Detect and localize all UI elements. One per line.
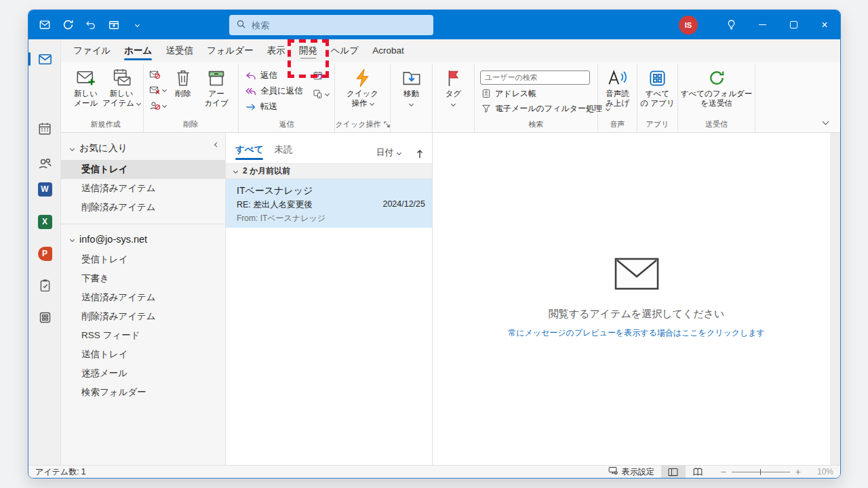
maximize-button[interactable] (778, 10, 809, 39)
folder-favorite-inbox[interactable]: 受信トレイ (61, 160, 225, 179)
rail-powerpoint-icon[interactable]: P (35, 244, 54, 263)
chevron-down-icon (162, 103, 167, 108)
filter-email-button[interactable]: 電子メールのフィルター処理 (480, 103, 611, 115)
folder-searchfolders[interactable]: 検索フォルダー (61, 383, 225, 402)
outlook-logo-icon[interactable] (38, 18, 52, 32)
tab-view[interactable]: 表示 (260, 39, 292, 62)
apps-grid-icon (648, 67, 667, 89)
address-book-button[interactable]: アドレス帳 (480, 88, 538, 100)
message-row-selected[interactable]: ITベースナレッジ RE: 差出人名変更後 2024/12/25 From: I… (226, 179, 432, 228)
dialog-launcher-icon[interactable] (384, 121, 390, 129)
reading-view-button[interactable] (686, 466, 710, 478)
folder-favorite-sent[interactable]: 送信済みアイテム (61, 179, 225, 198)
new-mail-icon (76, 67, 96, 89)
delete-button[interactable]: 削除 (167, 66, 199, 119)
always-preview-link[interactable]: 常にメッセージのプレビューを表示する場合はここをクリックします (508, 327, 765, 339)
block-sender-button[interactable] (149, 100, 166, 111)
new-item-icon (111, 67, 132, 89)
folder-drafts[interactable]: 下書き (61, 269, 225, 288)
share-to-device-button[interactable] (313, 88, 329, 100)
avatar[interactable]: IS (679, 16, 698, 35)
archive-button[interactable]: アー カイブ (200, 66, 233, 119)
collapse-folder-pane-icon[interactable] (215, 138, 218, 148)
new-mail-button[interactable]: 新しい メール (71, 66, 101, 119)
zoom-slider-handle[interactable] (760, 469, 762, 475)
tab-file[interactable]: ファイル (66, 39, 117, 62)
tab-home[interactable]: ホーム (117, 39, 159, 62)
all-apps-button[interactable]: すべて の アプリ (640, 66, 675, 119)
qat-customize-chevron-icon[interactable] (130, 18, 144, 32)
tab-acrobat[interactable]: Acrobat (366, 39, 411, 62)
move-button[interactable]: 移動 (393, 66, 429, 119)
tab-all[interactable]: すべて (235, 144, 263, 159)
send-receive-all-button[interactable]: すべてのフォルダー を送受信 (682, 66, 752, 119)
minimize-button[interactable] (747, 10, 778, 39)
zoom-control: − + 10% (721, 466, 833, 477)
group-header-row[interactable]: 2 か月前以前 (226, 163, 432, 179)
tab-folder[interactable]: フォルダー (200, 39, 260, 62)
zoom-slider[interactable] (732, 472, 790, 472)
message-subject: RE: 差出人名変更後 (237, 199, 313, 211)
rail-word-icon[interactable]: W (35, 180, 54, 199)
new-item-button[interactable]: 新しい アイテム (102, 66, 140, 119)
display-settings-button[interactable]: 表示設定 (601, 466, 661, 478)
tips-lightbulb-icon[interactable] (715, 10, 747, 39)
folder-junk[interactable]: 迷惑メール (61, 364, 225, 383)
favorites-header[interactable]: お気に入り (61, 137, 225, 160)
popout-window-icon[interactable] (107, 18, 121, 32)
folder-favorite-deleted[interactable]: 削除済みアイテム (61, 198, 225, 217)
ribbon-collapse-chevron-icon[interactable] (823, 115, 828, 127)
reading-pane-scrollbar[interactable] (830, 133, 840, 465)
send-receive-icon[interactable] (61, 18, 75, 32)
group-label-reply: 返信 (239, 119, 334, 132)
chevron-down-icon (136, 100, 141, 105)
tab-help[interactable]: ヘルプ (324, 39, 366, 62)
search-input[interactable] (252, 20, 427, 30)
cleanup-button[interactable] (149, 84, 166, 96)
envelope-icon (614, 258, 659, 293)
folder-sent[interactable]: 送信済みアイテム (61, 288, 225, 307)
find-user-input[interactable] (480, 70, 590, 85)
ignore-button[interactable] (149, 68, 166, 80)
reply-button[interactable]: 返信 (244, 68, 304, 83)
rail-excel-icon[interactable]: X (35, 212, 54, 231)
tab-sendreceive[interactable]: 送受信 (159, 39, 200, 62)
folder-deleted[interactable]: 削除済みアイテム (61, 307, 225, 326)
search-bar[interactable] (229, 15, 433, 35)
folder-outbox[interactable]: 送信トレイ (61, 345, 225, 364)
tags-button[interactable]: タグ (435, 66, 471, 119)
group-label-find: 検索 (475, 119, 597, 132)
read-aloud-button[interactable]: 音声読 み上げ (601, 66, 634, 119)
account-header[interactable]: info@jo-sys.net (61, 228, 225, 250)
tab-developer[interactable]: 開発 (292, 39, 324, 62)
layout-view-button[interactable] (661, 466, 686, 478)
rail-more-apps-icon[interactable] (35, 308, 54, 327)
rail-calendar-icon[interactable] (35, 119, 54, 138)
reply-all-button[interactable]: 全員に返信 (244, 84, 304, 98)
rail-tasks-icon[interactable] (35, 276, 54, 295)
message-date: 2024/12/25 (382, 199, 425, 211)
zoom-out-button[interactable]: − (721, 466, 726, 477)
quick-steps-button[interactable]: クイック 操作 (344, 66, 382, 119)
sort-by-date-button[interactable]: 日付 (376, 147, 401, 159)
message-from: From: ITベースナレッジ (237, 213, 425, 224)
folder-rss[interactable]: RSS フィード (61, 326, 225, 345)
forward-button[interactable]: 転送 (244, 100, 304, 114)
meeting-reply-button[interactable] (313, 70, 329, 81)
zoom-in-button[interactable]: + (795, 466, 801, 477)
ribbon-tab-row: ファイル ホーム 送受信 フォルダー 表示 開発 ヘルプ Acrobat (61, 39, 840, 62)
group-tags: タグ (433, 64, 475, 132)
close-button[interactable]: × (809, 10, 840, 39)
undo-icon[interactable] (84, 18, 98, 32)
reading-pane: 閲覧するアイテムを選択してください 常にメッセージのプレビューを表示する場合はこ… (433, 133, 840, 465)
sync-icon (707, 67, 726, 89)
sort-direction-button[interactable] (416, 149, 424, 159)
app-rail: W X P (28, 39, 61, 465)
rail-people-icon[interactable] (35, 154, 54, 173)
rail-mail-icon[interactable] (35, 49, 54, 68)
folder-inbox[interactable]: 受信トレイ (61, 250, 225, 269)
folder-pane: お気に入り 受信トレイ 送信済みアイテム 削除済みアイテム info@jo-sy… (61, 133, 226, 465)
group-speech: 音声読 み上げ 音声 (598, 64, 637, 132)
tab-unread[interactable]: 未読 (274, 144, 292, 159)
group-label-speech: 音声 (598, 119, 637, 132)
